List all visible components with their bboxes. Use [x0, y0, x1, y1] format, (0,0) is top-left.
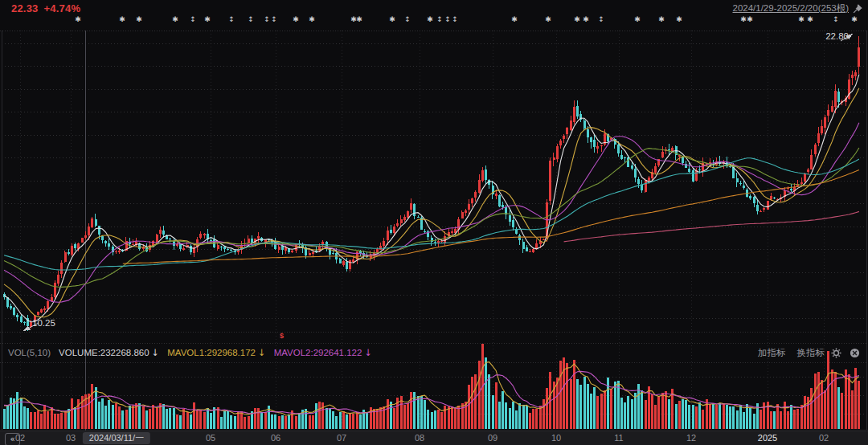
change-indicator-button[interactable]: 换指标 — [797, 347, 825, 359]
axis-month-label: 12 — [686, 433, 696, 443]
candlestick-chart[interactable] — [0, 0, 868, 445]
axis-month-label: 02 — [15, 433, 25, 443]
crosshair-date-label: 2024/03/11/一 — [83, 432, 150, 444]
high-price-label: 22.80 — [825, 31, 849, 41]
gear-icon[interactable] — [831, 348, 841, 358]
axis-month-label: 09 — [488, 433, 497, 443]
close-indicator-icon[interactable] — [850, 348, 860, 358]
axis-month-label: 05 — [206, 433, 215, 443]
axis-month-label: 02 — [819, 433, 829, 443]
vol-indicator-name[interactable]: VOL(5,10) — [8, 348, 51, 357]
axis-month-label: 2025 — [758, 433, 777, 443]
volume-down-arrow: ↓ — [152, 347, 160, 358]
axis-month-label: 10 — [551, 433, 561, 443]
add-indicator-button[interactable]: 加指标 — [758, 347, 786, 359]
volume-value: VOLUME:232268.860 — [59, 348, 149, 357]
axis-month-label: 03 — [66, 433, 76, 443]
axis-month-label: 08 — [415, 433, 424, 443]
low-price-label: 10.25 — [32, 318, 55, 328]
stock-chart-window: 22.33+4.74% 2024/1/29-2025/2/20(253根) ✱✱… — [0, 0, 868, 445]
mavol1-down-arrow: ↓ — [258, 347, 266, 358]
axis-month-label: 07 — [337, 433, 346, 443]
dividend-event-marker[interactable]: $ — [280, 332, 284, 340]
mavol1-value: MAVOL1:292968.172 — [167, 348, 256, 357]
mavol2-value: MAVOL2:292641.122 — [274, 348, 362, 357]
time-axis: « 02032024/03/11/一0506070809101112202502 — [0, 431, 868, 445]
axis-month-label: 06 — [271, 433, 280, 443]
volume-indicator-bar: VOL(5,10) VOLUME:232268.860 ↓ MAVOL1:292… — [0, 344, 868, 361]
axis-month-label: 11 — [614, 433, 623, 443]
mavol2-down-arrow: ↓ — [364, 347, 372, 358]
